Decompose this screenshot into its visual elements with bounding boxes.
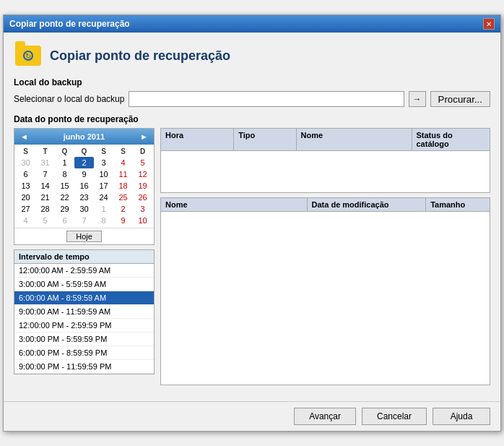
time-interval-item-1[interactable]: 3:00:00 AM - 5:59:59 AM	[14, 278, 154, 291]
procurar-button[interactable]: Procurar...	[430, 91, 490, 107]
cal-day[interactable]: 16	[74, 180, 94, 192]
cal-day[interactable]: 6	[55, 215, 74, 226]
title-bar-text: Copiar ponto de recuperação	[9, 19, 130, 29]
calendar-grid: S T Q Q S S D 30 31 1	[14, 145, 154, 228]
cal-day[interactable]: 5	[35, 215, 55, 226]
time-interval-item-3[interactable]: 9:00:00 AM - 11:59:59 AM	[14, 305, 154, 319]
cal-day[interactable]: 5	[133, 157, 152, 168]
cal-day[interactable]: 21	[35, 192, 55, 203]
ajuda-button[interactable]: Ajuda	[433, 408, 490, 425]
backup-location-input[interactable]	[129, 91, 404, 107]
cal-day[interactable]: 8	[94, 215, 113, 226]
cal-day[interactable]: 31	[35, 157, 55, 168]
cal-day[interactable]: 13	[16, 180, 35, 192]
today-button-row: Hoje	[14, 228, 154, 244]
cal-day[interactable]: 3	[94, 157, 113, 168]
time-interval-item-6[interactable]: 6:00:00 PM - 8:59:59 PM	[14, 346, 154, 360]
cal-dow-4: S	[94, 146, 113, 157]
cal-day[interactable]: 9	[113, 215, 133, 226]
cal-day[interactable]: 8	[55, 168, 74, 180]
backup-location-arrow-button[interactable]: →	[409, 91, 426, 107]
cal-day[interactable]: 30	[16, 157, 35, 168]
cal-day[interactable]: 9	[74, 168, 94, 180]
cal-day[interactable]: 7	[74, 215, 94, 226]
time-interval-panel: Intervalo de tempo 12:00:00 AM - 2:59:59…	[14, 249, 155, 374]
calendar-dow-row: S T Q Q S S D	[16, 146, 152, 157]
time-interval-item-2[interactable]: 6:00:00 AM - 8:59:59 AM	[14, 291, 154, 305]
cal-day[interactable]: 11	[113, 168, 133, 180]
th-tamanho: Tamanho	[426, 198, 490, 211]
cal-day[interactable]: 20	[16, 192, 35, 203]
avancar-button[interactable]: Avançar	[294, 408, 356, 425]
cal-day[interactable]: 6	[16, 168, 35, 180]
cal-day[interactable]: 26	[133, 192, 152, 203]
cal-week-4: 20 21 22 23 24 25 26	[16, 192, 152, 203]
bottom-table-header: Nome Data de modificação Tamanho	[161, 198, 490, 212]
th-nome-top: Nome	[297, 129, 412, 150]
cal-day[interactable]: 19	[133, 180, 152, 192]
cal-day[interactable]: 14	[35, 180, 55, 192]
cal-day[interactable]: 28	[35, 203, 55, 215]
title-bar: Copiar ponto de recuperação ✕	[4, 15, 500, 33]
time-interval-item-7[interactable]: 9:00:00 PM - 11:59:59 PM	[14, 360, 154, 374]
cal-day[interactable]: 22	[55, 192, 74, 203]
th-data-mod: Data de modificação	[308, 198, 427, 211]
dialog-title: Copiar ponto de recuperação	[50, 48, 230, 64]
cal-day-today[interactable]: 2	[74, 157, 94, 168]
cal-day[interactable]: 12	[133, 168, 152, 180]
dialog-icon	[14, 41, 43, 70]
cal-day[interactable]: 2	[113, 203, 133, 215]
cal-week-2: 6 7 8 9 10 11 12	[16, 168, 152, 180]
cal-day[interactable]: 24	[94, 192, 113, 203]
dialog-body: Copiar ponto de recuperação Local do bac…	[4, 33, 500, 401]
cal-day[interactable]: 18	[113, 180, 133, 192]
cal-day[interactable]: 27	[16, 203, 35, 215]
cal-day[interactable]: 4	[16, 215, 35, 226]
calendar-prev-button[interactable]: ◄	[17, 132, 31, 141]
today-button[interactable]: Hoje	[66, 231, 102, 242]
time-interval-item-4[interactable]: 12:00:00 PM - 2:59:59 PM	[14, 319, 154, 333]
calendar-month-year: junho 2011	[64, 132, 105, 141]
cal-week-6: 4 5 6 7 8 9 10	[16, 215, 152, 226]
cal-week-5: 27 28 29 30 1 2 3	[16, 203, 152, 215]
cal-day[interactable]: 15	[55, 180, 74, 192]
time-interval-item-0[interactable]: 12:00:00 AM - 2:59:59 AM	[14, 264, 154, 278]
cal-day[interactable]: 29	[55, 203, 74, 215]
backup-location-row: Selecionar o local do backup → Procurar.…	[14, 91, 490, 107]
cal-day[interactable]: 25	[113, 192, 133, 203]
cal-day[interactable]: 10	[133, 215, 152, 226]
right-panel: Hora Tipo Nome Status docatálogo Nome Da…	[160, 128, 490, 385]
cal-dow-1: T	[35, 146, 55, 157]
cal-day[interactable]: 10	[94, 168, 113, 180]
th-hora: Hora	[161, 129, 234, 150]
cal-day[interactable]: 1	[94, 203, 113, 215]
cal-week-1: 30 31 1 2 3 4 5	[16, 157, 152, 168]
th-tipo: Tipo	[234, 129, 296, 150]
cal-day[interactable]: 23	[74, 192, 94, 203]
recovery-arrow-icon	[23, 51, 33, 61]
left-panel: ◄ junho 2011 ► S T Q Q S S D	[14, 128, 155, 385]
cancelar-button[interactable]: Cancelar	[362, 408, 427, 425]
cal-dow-6: D	[133, 146, 152, 157]
cal-dow-5: S	[113, 146, 133, 157]
cal-day[interactable]: 1	[55, 157, 74, 168]
calendar-header: ◄ junho 2011 ►	[14, 129, 154, 145]
th-nome-bot: Nome	[161, 198, 308, 211]
top-table-header: Hora Tipo Nome Status docatálogo	[161, 129, 490, 151]
cal-day[interactable]: 3	[133, 203, 152, 215]
recovery-date-label: Data do ponto de recuperação	[14, 114, 490, 124]
cal-day[interactable]: 4	[113, 157, 133, 168]
cal-day[interactable]: 17	[94, 180, 113, 192]
cal-dow-2: Q	[55, 146, 74, 157]
th-status: Status docatálogo	[412, 129, 490, 150]
calendar-next-button[interactable]: ►	[137, 132, 151, 141]
backup-location-field-label: Selecionar o local do backup	[14, 94, 124, 104]
calendar: ◄ junho 2011 ► S T Q Q S S D	[14, 128, 155, 245]
cal-dow-3: Q	[74, 146, 94, 157]
cal-day[interactable]: 7	[35, 168, 55, 180]
content-area: ◄ junho 2011 ► S T Q Q S S D	[14, 128, 490, 385]
cal-day[interactable]: 30	[74, 203, 94, 215]
time-interval-item-5[interactable]: 3:00:00 PM - 5:59:59 PM	[14, 333, 154, 346]
close-button[interactable]: ✕	[483, 18, 495, 30]
top-table-body	[161, 151, 490, 154]
